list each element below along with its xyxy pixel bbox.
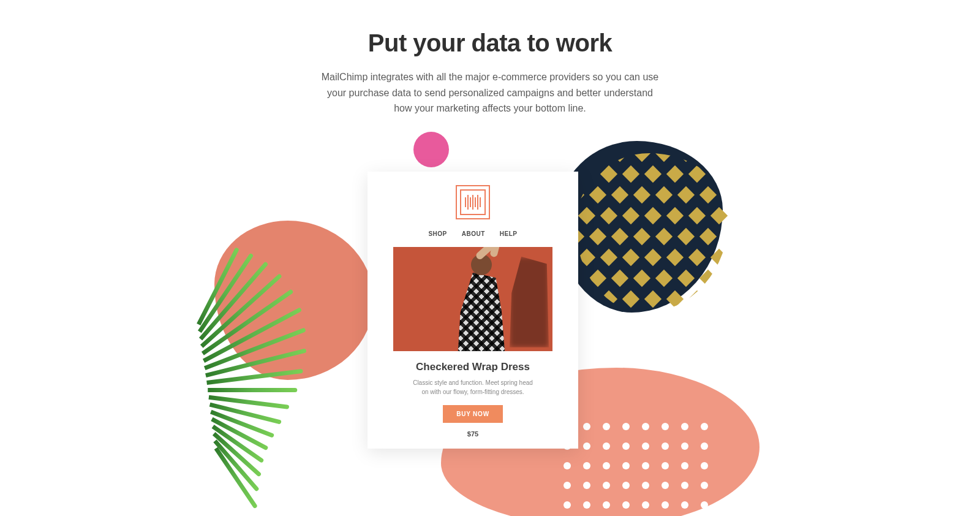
product-title: Checkered Wrap Dress	[381, 361, 565, 373]
email-preview-card: SHOP ABOUT HELP Checkered Wrap Dress Cla…	[368, 172, 578, 449]
decor-palm-leaf	[192, 291, 353, 468]
product-description: Classic style and function. Meet spring …	[410, 378, 536, 396]
decor-dot-grid	[564, 423, 717, 515]
product-price: $75	[381, 430, 565, 438]
nav-shop[interactable]: SHOP	[428, 230, 447, 237]
decor-pink-circle	[413, 132, 449, 167]
decor-diamond-grid	[576, 153, 729, 313]
nav-help[interactable]: HELP	[500, 230, 518, 237]
email-nav: SHOP ABOUT HELP	[381, 230, 565, 237]
nav-about[interactable]: ABOUT	[462, 230, 485, 237]
brand-logo-icon	[456, 185, 490, 219]
hero-title: Put your data to work	[0, 29, 980, 57]
buy-now-button[interactable]: BUY NOW	[443, 405, 503, 423]
product-image	[393, 247, 552, 351]
hero-subtitle: MailChimp integrates with all the major …	[318, 69, 662, 116]
illustration-stage: SHOP ABOUT HELP Checkered Wrap Dress Cla…	[294, 147, 686, 490]
